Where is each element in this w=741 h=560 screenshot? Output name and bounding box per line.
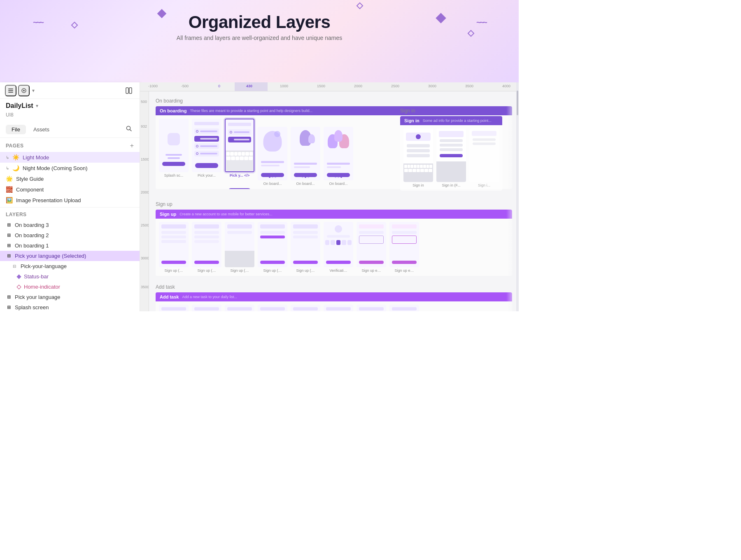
- plugin-icon-btn[interactable]: [18, 85, 30, 96]
- canvas-content[interactable]: On boarding On boarding These files are …: [149, 91, 519, 311]
- app-name-chevron[interactable]: ▾: [36, 103, 38, 109]
- frame-signup2[interactable]: Sign up (…: [192, 222, 221, 273]
- tab-assets[interactable]: Assets: [28, 125, 55, 134]
- frame-addtask4[interactable]: Add task …: [258, 305, 287, 311]
- diamond-filled-icon: [16, 274, 21, 279]
- si-keyboard: [403, 163, 433, 182]
- key: [240, 156, 244, 160]
- tab-file[interactable]: File: [6, 125, 26, 134]
- frame-addtask6[interactable]: Add task …: [324, 305, 353, 311]
- frame-signin3[interactable]: Sign i...: [469, 128, 499, 187]
- layer-splash-screen[interactable]: ⊞ Splash screen: [0, 302, 140, 311]
- frame-signup4[interactable]: Sign up (…: [258, 222, 287, 273]
- frame-signup3[interactable]: Sign up (…: [225, 222, 254, 273]
- frame-language[interactable]: Pick your...: [192, 119, 221, 186]
- signin-header-sub: Some ad info for provide a starting poin…: [423, 119, 492, 123]
- verify-btn: [326, 261, 351, 264]
- page-item-night-mode[interactable]: ↳ 🌙 Night Mode (Coming Soon): [0, 163, 140, 173]
- layer-label-selected: Pick your language (Selected): [15, 253, 86, 259]
- su3-f1: [227, 231, 252, 234]
- at6-title: [326, 307, 351, 310]
- signup-header-sub: Create a new account to use mobile for b…: [179, 212, 272, 216]
- frame-onboarding3[interactable]: On board...: [324, 127, 353, 186]
- frame-label-sue2: Sign up e…: [394, 267, 415, 273]
- lang-k-opt1: [228, 129, 251, 135]
- signin-header-label: Sign in: [404, 118, 419, 123]
- section-signup: Sign up Sign up Create a new account to …: [156, 201, 512, 276]
- frame-signup1[interactable]: Sign up (…: [159, 222, 189, 273]
- frame-signin2[interactable]: Sign in (F...: [436, 128, 466, 187]
- su2-f3: [194, 240, 219, 243]
- layer-onboarding-3[interactable]: ⊞ On boarding 3: [0, 220, 140, 230]
- su3-keyboard: [225, 251, 254, 267]
- frame-addtask1[interactable]: Add task: [159, 305, 189, 311]
- layout-toggle-icon[interactable]: [123, 85, 135, 96]
- frame-addtask3[interactable]: Add task …: [225, 305, 254, 311]
- ruler-mark-430: 430: [246, 84, 252, 88]
- section-label-signup: Sign up: [156, 201, 512, 207]
- ruler-mark: 3500: [465, 84, 473, 88]
- ruler-mark: -500: [181, 84, 189, 88]
- signup3-content: [225, 222, 254, 267]
- su5-f1: [293, 231, 318, 234]
- frame-splash[interactable]: Splash sc...: [159, 119, 189, 186]
- ob2-line1: [294, 163, 317, 165]
- key: [420, 169, 424, 172]
- page-item-image-upload[interactable]: 🖼️ Image Presentation Upload: [0, 195, 140, 205]
- frame-signin1[interactable]: Sign in: [403, 128, 433, 187]
- hero-title: Organized Layers: [8, 12, 510, 32]
- frame-addtask5[interactable]: Add task …: [291, 305, 320, 311]
- page-item-style-guide[interactable]: 🌟 Style Guide: [0, 173, 140, 184]
- ob1-btn: [261, 173, 284, 177]
- frame-addtask8[interactable]: Add task …: [389, 305, 419, 311]
- ob3-text: [327, 163, 350, 168]
- layers-icon-btn[interactable]: [5, 85, 16, 96]
- signin-frames-row: Sign in: [400, 125, 502, 191]
- scroll-thumb[interactable]: [517, 91, 518, 115]
- page-item-component[interactable]: 🧱 Component: [0, 184, 140, 195]
- frame-signup-email1[interactable]: Sign up e…: [357, 222, 386, 273]
- ruler-mark: 4000: [502, 84, 510, 88]
- frame-label-language: Pick your...: [197, 172, 217, 177]
- page-item-light-mode[interactable]: ↳ ☀️ Light Mode: [0, 152, 140, 163]
- main-layout: ▾ DailyList ▾ UI8 File Assets: [0, 82, 519, 311]
- frame-signup5[interactable]: Sign up (…: [291, 222, 320, 273]
- frame-screen-addtask5: [291, 305, 320, 311]
- layer-onboarding-1[interactable]: ⊞ On boarding 1: [0, 240, 140, 251]
- frame-icon: ⊞: [6, 222, 12, 228]
- layer-status-bar[interactable]: Status-bar: [0, 271, 140, 282]
- layer-pick-language-selected[interactable]: ⊞ Pick your language (Selected): [0, 251, 140, 261]
- frame-icon: ⊞: [6, 294, 12, 300]
- frame-screen-addtask1: [159, 305, 189, 311]
- frame-icon: ⊞: [6, 233, 12, 238]
- frame-screen-language: [192, 119, 221, 172]
- search-button[interactable]: [124, 124, 134, 135]
- frame-addtask2[interactable]: Add task …: [192, 305, 221, 311]
- frame-screen-signin3: [469, 128, 499, 182]
- su2-btn: [194, 261, 219, 264]
- frame-onboarding1[interactable]: On board...: [258, 127, 287, 186]
- ruler-mark-zero: 0: [218, 84, 220, 88]
- frame-addtask7[interactable]: Add task …: [357, 305, 386, 311]
- canvas-area[interactable]: -1000 -500 0 430 1000 1500 2000 2500 300…: [140, 82, 519, 311]
- add-page-button[interactable]: +: [130, 142, 134, 149]
- at6-content: [324, 305, 353, 311]
- key: [230, 152, 233, 156]
- frame-verify[interactable]: Verificati…: [324, 222, 353, 273]
- at3-title: [227, 307, 252, 310]
- v-ruler-mark: 2500: [141, 223, 149, 227]
- frame-screen-ob1: [258, 127, 287, 180]
- su1-f1: [161, 231, 186, 234]
- svg-rect-5: [126, 88, 128, 93]
- layer-pick-your-language-comp[interactable]: ⊟ Pick-your-language: [0, 261, 140, 271]
- scrollbar[interactable]: [516, 82, 519, 311]
- pages-title: Pages: [6, 143, 24, 149]
- layer-onboarding-2[interactable]: ⊞ On boarding 2: [0, 230, 140, 240]
- layer-pick-your-language[interactable]: ⊞ Pick your language: [0, 292, 140, 302]
- frame-onboarding2[interactable]: On board...: [291, 127, 320, 186]
- frame-language-selected[interactable]: Pick y... </> 430 × 932: [225, 119, 254, 186]
- layer-home-indicator[interactable]: Home-indicator: [0, 282, 140, 292]
- ob3-line1: [327, 163, 350, 165]
- frame-screen-ob3: [324, 127, 353, 180]
- frame-signup-email2[interactable]: Sign up e…: [389, 222, 419, 273]
